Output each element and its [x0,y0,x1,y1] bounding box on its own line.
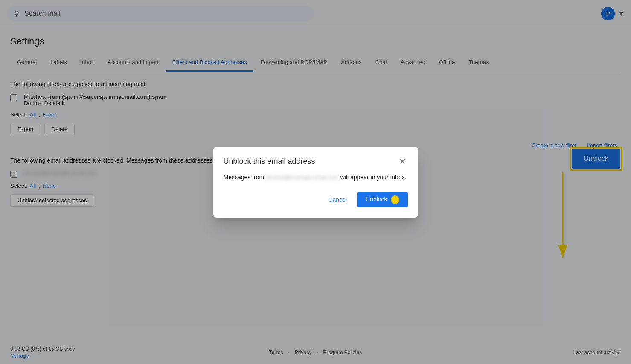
unblock-dialog-label: Unblock [366,195,387,202]
cancel-button[interactable]: Cancel [323,192,352,207]
modal-dialog: Unblock this email address ✕ Messages fr… [213,147,418,218]
modal-header: Unblock this email address ✕ [224,157,408,166]
modal-footer: Cancel Unblock [224,192,408,207]
modal-overlay: Unblock this email address ✕ Messages fr… [0,0,631,364]
modal-blurred-email: blocked@example-email.com [266,173,339,182]
modal-title: Unblock this email address [224,157,315,166]
unblock-dialog-button[interactable]: Unblock [357,192,407,207]
modal-body-suffix: will appear in your Inbox. [340,174,407,181]
modal-close-button[interactable]: ✕ [397,157,408,166]
yellow-dot-annotation [391,195,399,204]
modal-body-prefix: Messages from [224,174,265,181]
modal-body: Messages from blocked@example-email.com … [224,173,408,182]
